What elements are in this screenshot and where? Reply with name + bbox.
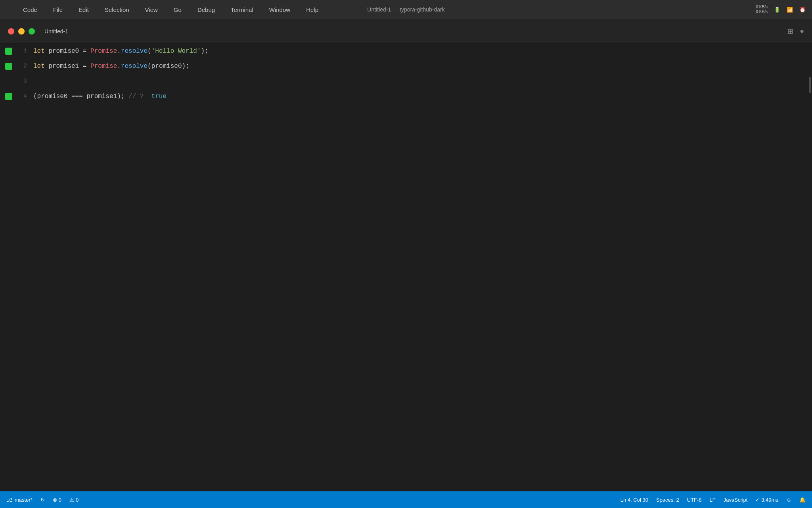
code-line-1[interactable]: let promise0 = Promise.resolve('Hello Wo… xyxy=(33,44,209,59)
token-semi-1: ); xyxy=(201,48,209,55)
token-semi-2: ); xyxy=(182,63,190,70)
menu-view[interactable]: View xyxy=(143,5,160,15)
traffic-lights xyxy=(8,28,35,35)
editor[interactable]: 1 let promise0 = Promise.resolve('Hello … xyxy=(0,44,812,491)
menubar-right: 0 KB/s 0 KB/s 🔋 📶 ⏰ xyxy=(756,5,806,14)
breakpoint-area-1[interactable] xyxy=(0,44,17,59)
dot-icon: ● xyxy=(800,27,804,35)
network-info: 0 KB/s 0 KB/s xyxy=(756,5,768,14)
token-arg-2: promise0 xyxy=(151,63,182,70)
encoding[interactable]: UTF-8 xyxy=(687,497,702,503)
indentation[interactable]: Spaces: 2 xyxy=(656,497,679,503)
token-dot-1: . xyxy=(117,48,121,55)
token-tripleq-4: === xyxy=(71,93,86,100)
clock-icon: ⏰ xyxy=(799,7,806,13)
breakpoint-area-3[interactable] xyxy=(0,74,17,89)
error-icon: ⊗ xyxy=(53,497,57,503)
menu-help[interactable]: Help xyxy=(304,5,321,15)
network-down: 0 KB/s xyxy=(756,10,768,14)
vertical-scrollbar[interactable] xyxy=(807,44,812,491)
battery-icon: 🔋 xyxy=(774,7,780,13)
line-row-1: 1 let promise0 = Promise.resolve('Hello … xyxy=(0,44,812,59)
menubar: Code File Edit Selection View Go Debug T… xyxy=(0,0,812,19)
menu-go[interactable]: Go xyxy=(171,5,184,15)
split-editor-icon[interactable]: ⊞ xyxy=(787,27,793,36)
cursor-position[interactable]: Ln 4, Col 30 xyxy=(620,497,648,503)
token-class-1: Promise xyxy=(90,48,117,55)
line-number-4: 4 xyxy=(17,89,33,104)
token-method-1: resolve xyxy=(121,48,147,55)
statusbar-left: ⎇ master* ↻ ⊗ 0 ⚠ 0 xyxy=(6,497,79,503)
line-row-3: 3 xyxy=(0,74,812,89)
editor-icons: ⊞ ● xyxy=(787,27,804,36)
code-line-4[interactable]: (promise0 === promise1); // ? true xyxy=(33,89,167,104)
token-true-4: true xyxy=(151,93,167,100)
statusbar: ⎇ master* ↻ ⊗ 0 ⚠ 0 Ln 4, Col 30 Spaces:… xyxy=(0,491,812,508)
line-number-2: 2 xyxy=(17,59,33,74)
token-class-2: Promise xyxy=(90,63,117,70)
breakpoint-area-2[interactable] xyxy=(0,59,17,74)
token-dot-2: . xyxy=(117,63,121,70)
token-paren-open-4: (promise0 xyxy=(33,93,71,100)
wifi-icon: 📶 xyxy=(787,7,793,13)
breakpoint-area-4[interactable] xyxy=(0,89,17,104)
token-let-1: let xyxy=(33,48,48,55)
title-bar: Untitled-1 ⊞ ● xyxy=(0,19,812,44)
menu-file[interactable]: File xyxy=(51,5,65,15)
line-number-3: 3 xyxy=(17,74,33,89)
sync-icon-item[interactable]: ↻ xyxy=(40,497,45,503)
warning-count: 0 xyxy=(76,497,79,503)
timing: ✓ 3.49ms xyxy=(755,497,778,503)
menu-terminal[interactable]: Terminal xyxy=(228,5,256,15)
line-ending[interactable]: LF xyxy=(710,497,716,503)
tab-title[interactable]: Untitled-1 xyxy=(44,28,68,35)
line-row-2: 2 let promise1 = Promise.resolve(promise… xyxy=(0,59,812,74)
errors-item[interactable]: ⊗ 0 xyxy=(53,497,61,503)
network-up: 0 KB/s xyxy=(756,5,768,10)
git-icon: ⎇ xyxy=(6,497,12,503)
close-button[interactable] xyxy=(8,28,14,35)
branch-name: master* xyxy=(15,497,33,503)
token-var-2: promise1 xyxy=(48,63,82,70)
token-paren-1: ( xyxy=(147,48,151,55)
smiley-icon: ☺ xyxy=(786,497,791,503)
warning-icon: ⚠ xyxy=(69,497,74,503)
menu-window[interactable]: Window xyxy=(267,5,293,15)
bell-icon[interactable]: 🔔 xyxy=(799,497,806,503)
statusbar-right: Ln 4, Col 30 Spaces: 2 UTF-8 LF JavaScri… xyxy=(620,497,806,503)
minimize-button[interactable] xyxy=(18,28,25,35)
token-str-1: 'Hello World' xyxy=(151,48,201,55)
language-mode[interactable]: JavaScript xyxy=(724,497,748,503)
token-eq-2: = xyxy=(83,63,90,70)
window-title: Untitled-1 — typora-github-dark xyxy=(367,6,444,13)
token-p1-4: promise1); xyxy=(86,93,124,100)
code-content: 1 let promise0 = Promise.resolve('Hello … xyxy=(0,44,812,491)
menu-edit[interactable]: Edit xyxy=(76,5,91,15)
breakpoint-2 xyxy=(5,63,12,70)
token-paren-2: ( xyxy=(147,63,151,70)
git-branch[interactable]: ⎇ master* xyxy=(6,497,33,503)
line-number-1: 1 xyxy=(17,44,33,59)
line-row-4: 4 (promise0 === promise1); // ? true xyxy=(0,89,812,104)
breakpoint-4 xyxy=(5,93,12,100)
breakpoint-1 xyxy=(5,48,12,55)
token-comment-4: // ? xyxy=(124,93,151,100)
menu-selection[interactable]: Selection xyxy=(102,5,132,15)
maximize-button[interactable] xyxy=(29,28,35,35)
error-count: 0 xyxy=(59,497,61,503)
scrollbar-thumb[interactable] xyxy=(809,77,811,93)
token-method-2: resolve xyxy=(121,63,147,70)
menu-items-left: Code File Edit Selection View Go Debug T… xyxy=(6,5,321,15)
warnings-item[interactable]: ⚠ 0 xyxy=(69,497,79,503)
code-line-2[interactable]: let promise1 = Promise.resolve(promise0)… xyxy=(33,59,190,74)
token-eq-1: = xyxy=(83,48,90,55)
sync-icon: ↻ xyxy=(40,497,45,503)
token-var-1: promise0 xyxy=(48,48,82,55)
menu-code[interactable]: Code xyxy=(21,5,40,15)
menu-debug[interactable]: Debug xyxy=(195,5,217,15)
token-let-2: let xyxy=(33,63,48,70)
